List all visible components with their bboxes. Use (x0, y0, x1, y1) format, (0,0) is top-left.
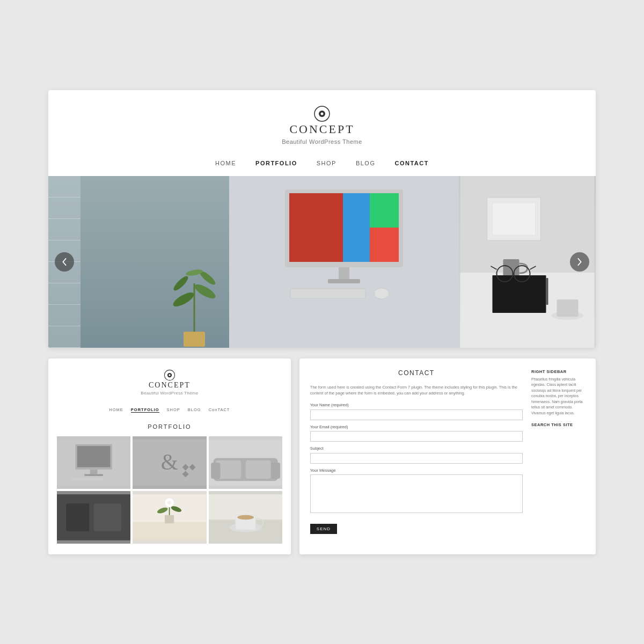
blind-slat (48, 219, 80, 240)
hero-image:  (48, 176, 596, 348)
sidebar-text: Phasellus fringilla vehicula egestas. Cl… (531, 377, 585, 416)
portfolio-thumb-5 (133, 491, 206, 544)
svg-rect-23 (492, 203, 535, 235)
svg-point-9 (185, 268, 203, 276)
svg-point-70 (237, 515, 254, 519)
svg-rect-19 (290, 289, 365, 298)
subject-label: Subject (310, 446, 523, 451)
svg-rect-40 (77, 446, 111, 467)
sidebar-title: RIGHT SIDEBAR (531, 369, 585, 374)
svg-rect-12 (289, 193, 343, 262)
svg-text:&: & (161, 449, 178, 474)
main-nav: HOME PORTFOLIO SHOP BLOG CONTACT (48, 153, 596, 176)
name-field-group: Your Name (required) (310, 402, 523, 420)
blind-slat (48, 305, 80, 326)
site-tagline: Beautiful WordPress Theme (48, 138, 596, 145)
bottom-section: CONCEPT Beautiful WordPress Theme HOME P… (48, 358, 596, 554)
svg-rect-34 (557, 299, 578, 317)
send-button[interactable]: SEND (310, 524, 337, 534)
svg-point-5 (171, 290, 196, 309)
svg-point-2 (321, 112, 324, 115)
portfolio-item-6[interactable] (209, 491, 282, 544)
hero-panel-center:  (229, 176, 459, 348)
mini-nav-home[interactable]: HOME (109, 407, 123, 413)
message-field-group: Your Message (310, 468, 523, 515)
svg-rect-14 (370, 193, 399, 228)
portfolio-item-1[interactable] (57, 436, 130, 489)
nav-shop[interactable]: SHOP (317, 160, 336, 166)
portfolio-item-3[interactable] (209, 436, 282, 489)
search-title: SEARCH THIS SITE (531, 422, 585, 427)
portfolio-item-2[interactable]: & (133, 436, 206, 489)
mini-nav-blog[interactable]: BLOG (188, 407, 201, 413)
portfolio-section-title: PORTFOLIO (57, 423, 282, 430)
svg-point-7 (172, 274, 190, 292)
svg-point-20 (374, 288, 389, 299)
mini-nav: HOME PORTFOLIO SHOP BLOG ConTACT (57, 403, 282, 417)
svg-rect-3 (184, 332, 205, 347)
svg-rect-42 (84, 474, 103, 475)
message-textarea[interactable] (310, 474, 523, 513)
portfolio-thumb-1 (57, 436, 130, 489)
email-field-group: Your Email (required) (310, 425, 523, 442)
portfolio-item-4[interactable] (57, 491, 130, 544)
svg-rect-60 (165, 515, 174, 523)
nav-home[interactable]: HOME (215, 160, 236, 166)
mini-nav-shop[interactable]: SHOP (167, 407, 180, 413)
svg-rect-56 (66, 503, 89, 531)
plant-icon (165, 240, 224, 348)
portfolio-grid: & (57, 436, 282, 544)
mini-logo-icon (164, 369, 175, 381)
portfolio-thumb-2: & (133, 436, 206, 489)
svg-point-37 (169, 374, 170, 376)
imac-icon:  (274, 187, 414, 299)
mini-site-title: CONCEPT (57, 381, 282, 390)
subject-input[interactable] (310, 453, 523, 464)
svg-rect-17 (339, 267, 349, 279)
subject-field-group: Subject (310, 446, 523, 464)
name-input[interactable] (310, 409, 523, 420)
mini-nav-contact[interactable]: ConTACT (209, 407, 230, 413)
right-sidebar: RIGHT SIDEBAR Phasellus fringilla vehicu… (531, 369, 585, 544)
svg-rect-15 (370, 228, 399, 262)
site-title: CONCEPT (48, 122, 596, 136)
nav-portfolio[interactable]: PORTFOLIO (255, 160, 297, 166)
svg-rect-18 (328, 279, 360, 283)
slider-prev-button[interactable] (55, 252, 74, 272)
top-section: CONCEPT Beautiful WordPress Theme HOME P… (48, 90, 596, 348)
portfolio-item-5[interactable] (133, 491, 206, 544)
blind-slat (48, 197, 80, 219)
contact-page-title: CONTACT (310, 369, 523, 377)
svg-point-6 (193, 282, 217, 301)
portfolio-panel: CONCEPT Beautiful WordPress Theme HOME P… (48, 358, 291, 554)
svg-rect-13 (343, 193, 370, 262)
blind-slat (48, 176, 80, 197)
logo-icon (313, 105, 331, 122)
message-label: Your Message (310, 468, 523, 473)
svg-rect-57 (94, 503, 121, 531)
blind-slat (48, 283, 80, 305)
svg-rect-54 (270, 463, 280, 479)
slider-next-button[interactable] (570, 252, 589, 272)
svg-rect-53 (211, 463, 220, 479)
mini-nav-portfolio[interactable]: PORTFOLIO (131, 407, 159, 413)
nav-contact[interactable]: CONTACT (394, 160, 428, 166)
svg-rect-41 (90, 469, 98, 474)
contact-main: CONTACT The form used here is created us… (310, 369, 523, 544)
svg-rect-59 (133, 522, 206, 540)
mini-header: CONCEPT Beautiful WordPress Theme (57, 369, 282, 396)
contact-description: The form used here is created using the … (310, 384, 523, 397)
svg-point-63 (167, 501, 171, 504)
name-label: Your Name (required) (310, 402, 523, 407)
contact-panel: CONTACT The form used here is created us… (299, 358, 596, 554)
hero-slider:  (48, 176, 596, 348)
portfolio-thumb-4 (57, 491, 130, 544)
svg-rect-43 (71, 477, 103, 481)
svg-rect-52 (245, 460, 270, 478)
mini-tagline: Beautiful WordPress Theme (57, 391, 282, 396)
nav-blog[interactable]: BLOG (356, 160, 376, 166)
svg-rect-27 (546, 278, 548, 305)
portfolio-thumb-3 (209, 436, 282, 489)
email-input[interactable] (310, 431, 523, 442)
outer-wrapper: CONCEPT Beautiful WordPress Theme HOME P… (48, 90, 596, 554)
